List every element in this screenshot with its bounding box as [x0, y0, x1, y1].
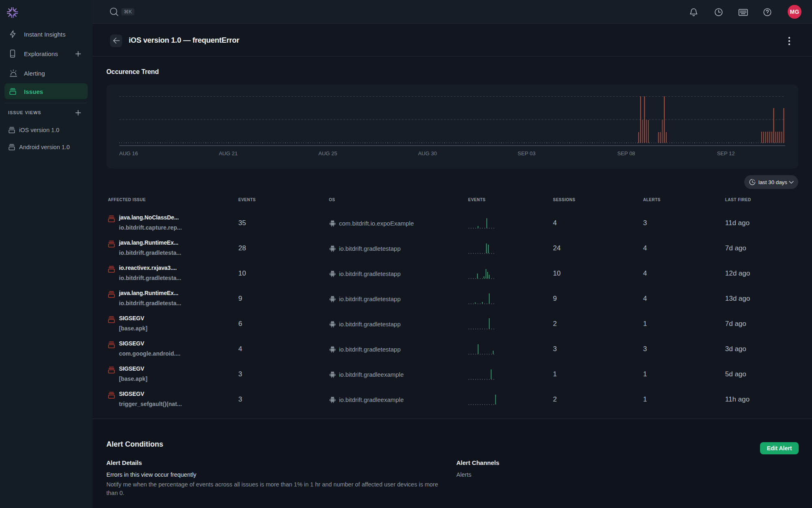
- svg-text:SEP 08: SEP 08: [618, 150, 635, 156]
- svg-text:SEP 12: SEP 12: [717, 150, 735, 156]
- svg-text:AUG 25: AUG 25: [318, 150, 337, 156]
- svg-text:AUG 30: AUG 30: [418, 150, 437, 156]
- svg-text:AUG 21: AUG 21: [219, 150, 238, 156]
- svg-text:SEP 03: SEP 03: [518, 150, 536, 156]
- svg-text:AUG 16: AUG 16: [119, 150, 138, 156]
